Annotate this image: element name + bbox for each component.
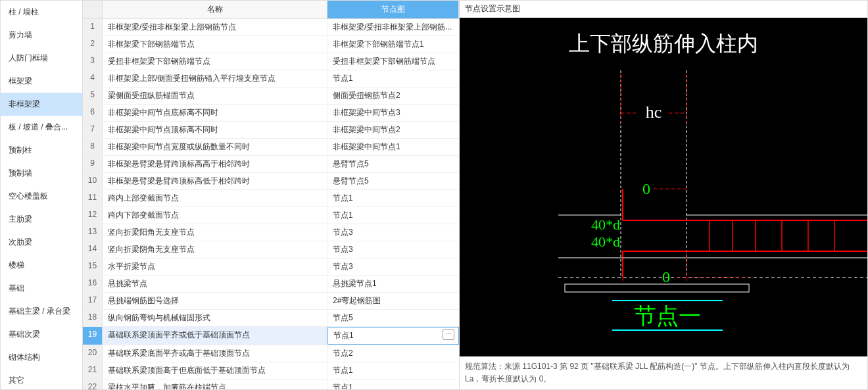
diagram-40d-bottom: 40*d: [591, 233, 620, 250]
row-number: 11: [83, 190, 103, 207]
table-row[interactable]: 18纵向钢筋弯钩与机械锚固形式节点5: [83, 310, 459, 327]
row-node-cell[interactable]: 节点1: [327, 70, 459, 87]
row-name-cell: 竖向折梁阳角无支座节点: [103, 224, 327, 241]
table-row[interactable]: 15水平折梁节点节点3: [83, 258, 459, 276]
sidebar-item[interactable]: 预制墙: [1, 162, 82, 185]
row-name-cell: 悬挑端钢筋图号选择: [103, 293, 327, 309]
sidebar-item[interactable]: 非框架梁: [1, 93, 82, 116]
table-row[interactable]: 10非框架悬臂梁悬臂跨顶标高低于相邻跨时悬臂节点5: [83, 173, 459, 190]
row-node-cell[interactable]: 节点2: [327, 345, 459, 362]
diagram-header: 节点设置示意图: [460, 1, 867, 18]
row-node-cell[interactable]: 节点3: [327, 258, 459, 275]
svg-rect-21: [565, 284, 749, 292]
row-number: 6: [83, 105, 103, 121]
table-row[interactable]: 20基础联系梁底面平齐或高于基础顶面节点节点2: [83, 345, 459, 362]
row-node-cell[interactable]: 2#弯起钢筋图: [327, 293, 459, 309]
row-name-cell: 非框架梁上部/侧面受扭钢筋锚入平行墙支座节点: [103, 70, 327, 87]
row-node-cell[interactable]: 非框架梁中间节点1: [327, 139, 459, 155]
table-row[interactable]: 3受扭非框架梁下部钢筋端节点受扭非框架梁下部钢筋端节点: [83, 53, 459, 70]
row-node-cell[interactable]: 侧面受扭钢筋节点2: [327, 87, 459, 104]
row-node-cell[interactable]: 悬臂节点5: [327, 156, 459, 172]
row-number: 3: [83, 53, 103, 70]
row-node-cell[interactable]: 非框架梁/受扭非框架梁上部钢筋...: [327, 19, 459, 36]
table-row[interactable]: 17悬挑端钢筋图号选择2#弯起钢筋图: [83, 293, 459, 310]
row-number: 12: [83, 207, 103, 224]
ellipsis-button[interactable]: ⋯: [443, 329, 454, 340]
row-name-cell: 基础联系梁顶面高于但底面低于基础顶面节点: [103, 362, 327, 379]
row-node-cell[interactable]: 节点1⋯: [327, 327, 459, 345]
diagram-panel: 节点设置示意图 上下部纵筋伸入柱内 hc 0: [460, 1, 867, 389]
row-number: 1: [83, 19, 103, 36]
row-name-cell: 基础联系梁顶面平齐或低于基础顶面节点: [103, 327, 327, 345]
table-row[interactable]: 12跨内下部变截面节点节点1: [83, 207, 459, 224]
sidebar-item[interactable]: 楼梯: [1, 254, 82, 277]
row-name-cell: 受扭非框架梁下部钢筋端节点: [103, 53, 327, 70]
table-row[interactable]: 7非框架梁中间节点顶标高不同时非框架梁中间节点2: [83, 122, 459, 139]
row-node-cell[interactable]: 非框架梁下部钢筋端节点1: [327, 36, 459, 53]
sidebar-item[interactable]: 柱 / 墙柱: [1, 1, 82, 24]
sidebar-item[interactable]: 其它: [1, 369, 82, 389]
table-row[interactable]: 16悬挑梁节点悬挑梁节点1: [83, 276, 459, 293]
sidebar-item[interactable]: 基础次梁: [1, 323, 82, 346]
table-row[interactable]: 14竖向折梁阴角无支座节点节点3: [83, 241, 459, 258]
table-row[interactable]: 19基础联系梁顶面平齐或低于基础顶面节点节点1⋯: [83, 327, 459, 345]
row-node-cell[interactable]: 悬挑梁节点1: [327, 276, 459, 292]
table-row[interactable]: 21基础联系梁顶面高于但底面低于基础顶面节点节点1: [83, 362, 459, 379]
row-number: 7: [83, 122, 103, 138]
row-name-cell: 纵向钢筋弯钩与机械锚固形式: [103, 310, 327, 326]
row-node-cell[interactable]: 受扭非框架梁下部钢筋端节点: [327, 53, 459, 70]
table-row[interactable]: 6非框架梁中间节点底标高不同时非框架梁中间节点3: [83, 105, 459, 122]
sidebar-item[interactable]: 板 / 坡道 / 叠合...: [1, 116, 82, 139]
row-number: 9: [83, 156, 103, 172]
row-number: 16: [83, 276, 103, 292]
row-node-cell[interactable]: 节点5: [327, 310, 459, 326]
sidebar-item[interactable]: 框架梁: [1, 70, 82, 93]
table-row[interactable]: 9非框架悬臂梁悬臂跨顶标高高于相邻跨时悬臂节点5: [83, 156, 459, 173]
table-row[interactable]: 1非框架梁/受扭非框架梁上部钢筋节点非框架梁/受扭非框架梁上部钢筋...: [83, 19, 459, 36]
row-name-cell: 梁柱水平加腋，加腋筋在柱端节点: [103, 379, 327, 389]
row-name-cell: 水平折梁节点: [103, 258, 327, 275]
sidebar-item[interactable]: 主肋梁: [1, 208, 82, 231]
row-name-cell: 基础联系梁底面平齐或高于基础顶面节点: [103, 345, 327, 362]
sidebar-item[interactable]: 预制柱: [1, 139, 82, 162]
table-row[interactable]: 2非框架梁下部钢筋端节点非框架梁下部钢筋端节点1: [83, 36, 459, 53]
table-row[interactable]: 22梁柱水平加腋，加腋筋在柱端节点节点1: [83, 379, 459, 389]
sidebar-item[interactable]: 剪力墙: [1, 24, 82, 47]
table-row[interactable]: 5梁侧面受扭纵筋锚固节点侧面受扭钢筋节点2: [83, 87, 459, 105]
row-name-cell: 跨内下部变截面节点: [103, 207, 327, 224]
name-column-header: 名称: [103, 1, 327, 19]
row-number: 15: [83, 258, 103, 275]
row-node-cell[interactable]: 节点1: [327, 207, 459, 224]
table-row[interactable]: 8非框架梁中间节点宽度或纵筋数量不同时非框架梁中间节点1: [83, 139, 459, 156]
row-node-cell[interactable]: 节点3: [327, 241, 459, 258]
row-number: 4: [83, 70, 103, 87]
row-number: 2: [83, 36, 103, 53]
row-number: 10: [83, 173, 103, 189]
sidebar-item[interactable]: 砌体结构: [1, 346, 82, 369]
row-name-cell: 非框架梁/受扭非框架梁上部钢筋节点: [103, 19, 327, 36]
sidebar-item[interactable]: 基础: [1, 277, 82, 300]
row-node-cell[interactable]: 节点1: [327, 362, 459, 379]
table-row[interactable]: 13竖向折梁阳角无支座节点节点3: [83, 224, 459, 241]
row-name-cell: 非框架悬臂梁悬臂跨顶标高低于相邻跨时: [103, 173, 327, 189]
row-number: 8: [83, 139, 103, 155]
diagram-hc-label: hc: [646, 103, 662, 122]
row-node-cell[interactable]: 节点1: [327, 190, 459, 207]
sidebar-item[interactable]: 人防门框墙: [1, 47, 82, 70]
row-node-cell[interactable]: 非框架梁中间节点2: [327, 122, 459, 138]
row-node-cell[interactable]: 节点1: [327, 379, 459, 389]
row-number: 5: [83, 87, 103, 104]
diagram-zero-bottom: 0: [662, 268, 670, 285]
node-column-header: 节点图: [327, 1, 459, 19]
row-number: 20: [83, 345, 103, 362]
row-node-cell[interactable]: 非框架梁中间节点3: [327, 105, 459, 121]
row-node-cell[interactable]: 节点3: [327, 224, 459, 241]
table-row[interactable]: 11跨内上部变截面节点节点1: [83, 190, 459, 207]
sidebar-item[interactable]: 基础主梁 / 承台梁: [1, 300, 82, 323]
sidebar-item[interactable]: 空心楼盖板: [1, 185, 82, 208]
row-number: 14: [83, 241, 103, 258]
sidebar-item[interactable]: 次肋梁: [1, 231, 82, 254]
row-number: 19: [83, 327, 103, 345]
table-row[interactable]: 4非框架梁上部/侧面受扭钢筋锚入平行墙支座节点节点1: [83, 70, 459, 87]
row-node-cell[interactable]: 悬臂节点5: [327, 173, 459, 189]
